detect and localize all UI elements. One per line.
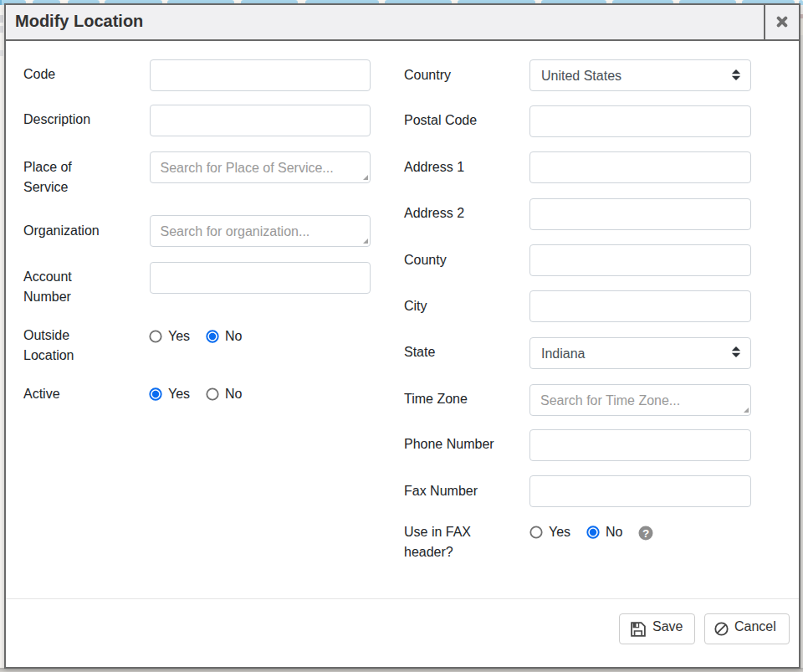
svg-text:?: ? xyxy=(642,527,649,540)
